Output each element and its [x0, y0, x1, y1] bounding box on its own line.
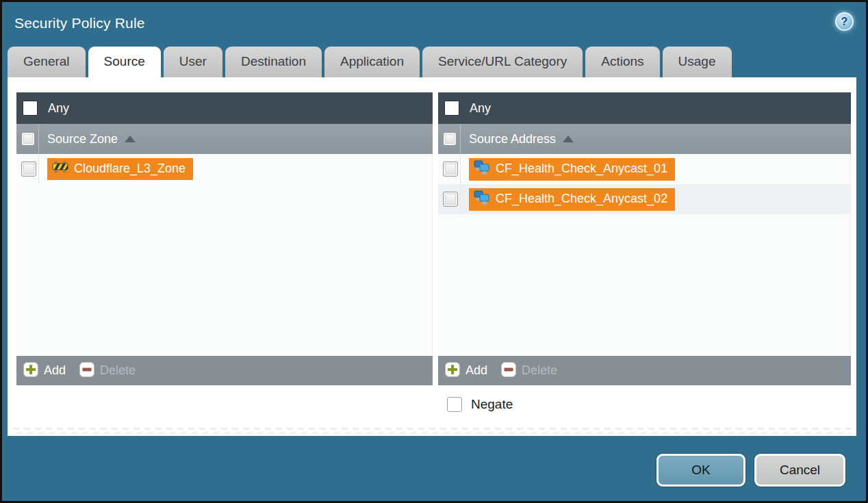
- tab-user[interactable]: User: [164, 47, 222, 77]
- source-address-any-row: Any: [438, 92, 851, 124]
- source-address-any-checkbox[interactable]: [444, 101, 459, 116]
- source-tab-content: Any Source Zone: [8, 77, 856, 436]
- dialog-title: Security Policy Rule: [14, 15, 145, 31]
- source-address-value[interactable]: CF_Health_Check_Anycast_01: [469, 158, 675, 181]
- add-label: Add: [465, 363, 487, 378]
- plus-icon: [445, 362, 460, 380]
- source-zone-header-label: Source Zone: [47, 132, 118, 146]
- help-icon[interactable]: ?: [835, 12, 854, 31]
- add-label: Add: [44, 363, 66, 378]
- source-zone-select-all-checkbox[interactable]: [21, 132, 35, 146]
- table-row: CF_Health_Check_Anycast_02: [438, 184, 850, 214]
- address-icon: [474, 190, 490, 208]
- table-row: CF_Health_Check_Anycast_01: [438, 154, 850, 184]
- source-zone-column-header[interactable]: Source Zone: [16, 124, 433, 154]
- plus-icon: [23, 362, 38, 380]
- source-zone-toolbar: Add Delete: [16, 356, 433, 385]
- source-address-row-checkbox[interactable]: [443, 192, 458, 207]
- source-zone-row-label: Cloudflare_L3_Zone: [74, 162, 186, 176]
- source-zone-panel: Any Source Zone: [16, 92, 433, 385]
- minus-icon: [79, 362, 94, 380]
- table-row: Cloudflare_L3_Zone: [16, 154, 432, 184]
- negate-row: Negate: [447, 397, 851, 412]
- source-zone-value[interactable]: Cloudflare_L3_Zone: [47, 158, 193, 180]
- source-address-column-header[interactable]: Source Address: [438, 124, 851, 154]
- delete-label: Delete: [100, 363, 136, 378]
- source-zone-any-label: Any: [48, 101, 69, 116]
- titlebar: Security Policy Rule ?: [2, 2, 866, 44]
- source-address-any-label: Any: [470, 101, 491, 116]
- tab-usage[interactable]: Usage: [663, 47, 732, 77]
- zone-icon: [52, 160, 68, 177]
- source-address-header-label: Source Address: [469, 132, 556, 146]
- cancel-button[interactable]: Cancel: [754, 454, 845, 487]
- negate-checkbox[interactable]: [447, 397, 462, 412]
- tab-bar: General Source User Destination Applicat…: [2, 44, 866, 77]
- address-icon: [474, 160, 490, 178]
- source-zone-any-row: Any: [16, 92, 433, 124]
- tab-actions[interactable]: Actions: [585, 47, 659, 77]
- tab-destination[interactable]: Destination: [225, 47, 322, 77]
- source-address-add-button[interactable]: Add: [445, 362, 487, 380]
- tab-general[interactable]: General: [8, 47, 86, 77]
- source-address-row-checkbox[interactable]: [443, 162, 458, 177]
- tab-application[interactable]: Application: [324, 47, 420, 77]
- source-address-delete-button[interactable]: Delete: [501, 362, 557, 380]
- source-address-panel: Any Source Address: [438, 92, 851, 385]
- source-address-row-label: CF_Health_Check_Anycast_02: [496, 192, 667, 206]
- source-address-select-all-checkbox[interactable]: [443, 132, 457, 146]
- tab-service-url-category[interactable]: Service/URL Category: [422, 47, 583, 77]
- ok-button[interactable]: OK: [656, 454, 745, 487]
- security-policy-rule-dialog: Security Policy Rule ? General Source Us…: [0, 0, 868, 503]
- source-address-row-label: CF_Health_Check_Anycast_01: [496, 162, 667, 176]
- sort-asc-icon: [125, 136, 136, 142]
- source-address-list: CF_Health_Check_Anycast_01: [438, 154, 851, 356]
- source-zone-delete-button[interactable]: Delete: [79, 362, 136, 380]
- source-zone-list: Cloudflare_L3_Zone: [16, 154, 433, 356]
- source-address-toolbar: Add Delete: [438, 356, 851, 385]
- delete-label: Delete: [522, 363, 557, 378]
- tab-source[interactable]: Source: [88, 47, 161, 77]
- content-bottom-texture: [13, 428, 851, 434]
- source-zone-any-checkbox[interactable]: [23, 101, 38, 116]
- minus-icon: [501, 362, 516, 380]
- negate-label: Negate: [471, 397, 513, 412]
- source-zone-row-checkbox[interactable]: [21, 162, 36, 177]
- sort-asc-icon: [563, 136, 574, 142]
- dialog-footer: OK Cancel: [2, 436, 866, 501]
- source-address-value[interactable]: CF_Health_Check_Anycast_02: [469, 188, 675, 211]
- source-zone-add-button[interactable]: Add: [23, 362, 66, 380]
